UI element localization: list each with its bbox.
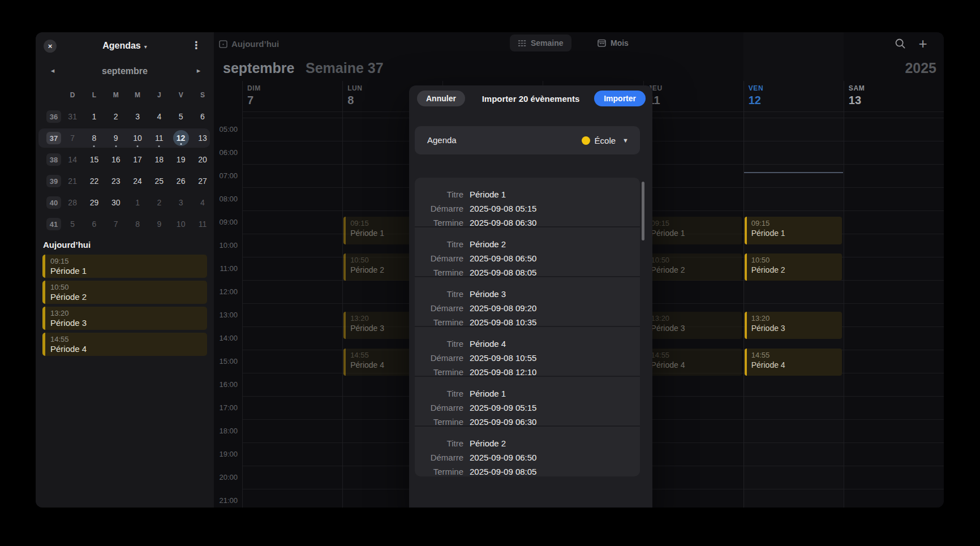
time-gutter-label: 21:00 xyxy=(214,496,238,505)
mini-calendar-day[interactable]: 26 xyxy=(170,170,191,192)
day-column-sam[interactable] xyxy=(844,32,944,508)
mini-calendar-day[interactable]: 10 xyxy=(127,127,148,149)
mini-calendar-day[interactable]: 8 xyxy=(127,213,148,235)
week-number-badge: 40 xyxy=(46,196,61,209)
mini-calendar-day[interactable]: 3 xyxy=(127,106,148,127)
mini-calendar-day[interactable]: 3 xyxy=(170,192,191,213)
mini-calendar-day[interactable]: 16 xyxy=(105,149,127,170)
mini-calendar-day[interactable]: 18 xyxy=(148,149,170,170)
app-window: × Agendas▾ ⋮ ◂ septembre ▸ DLMMJVS363112… xyxy=(36,32,944,508)
import-event-field: Démarre2025-09-08 05:15 xyxy=(415,201,640,216)
mini-calendar-day[interactable]: 5 xyxy=(62,213,83,235)
agenda-selector[interactable]: Agenda École ▼ xyxy=(415,126,640,154)
import-dialog: Annuler Importer 20 évènements Importer … xyxy=(409,85,652,508)
field-label: Démarre xyxy=(415,353,463,363)
calendar-event[interactable]: 13:20Période 3 xyxy=(644,312,742,339)
mini-calendar-day[interactable]: 8 xyxy=(83,127,105,149)
field-label: Titre xyxy=(415,389,463,398)
mini-calendar-day[interactable]: 29 xyxy=(83,192,105,213)
day-column-ven[interactable]: 09:15Période 110:50Période 213:20Période… xyxy=(743,32,844,508)
mini-calendar-day[interactable]: 11 xyxy=(148,127,170,149)
mini-calendar-day[interactable]: 5 xyxy=(170,106,191,127)
field-label: Termine xyxy=(415,218,463,227)
mini-calendar-day[interactable]: 20 xyxy=(192,149,213,170)
mini-calendar-day[interactable]: 2 xyxy=(148,192,170,213)
event-time: 13:20 xyxy=(50,309,207,318)
import-event-field: Démarre2025-09-09 06:50 xyxy=(415,450,640,465)
mini-calendar-day[interactable]: 4 xyxy=(192,192,213,213)
mini-calendar-day[interactable]: 27 xyxy=(192,170,213,192)
mini-calendar-day[interactable]: 23 xyxy=(105,170,127,192)
mini-calendar-week-row: 402829301234 xyxy=(36,192,214,213)
mini-calendar-day[interactable]: 14 xyxy=(62,149,83,170)
event-time: 14:55 xyxy=(50,335,207,344)
event-time: 10:50 xyxy=(50,283,207,292)
mini-calendar-day[interactable]: 7 xyxy=(105,213,127,235)
calendar-event[interactable]: 09:15Période 1 xyxy=(644,217,742,244)
mini-calendar-day[interactable]: 6 xyxy=(83,213,105,235)
import-button[interactable]: Importer xyxy=(594,91,646,106)
mini-calendar-day[interactable]: 1 xyxy=(127,192,148,213)
calendar-event[interactable]: 13:20Période 3 xyxy=(745,312,842,339)
field-label: Titre xyxy=(415,438,463,448)
calendar-event[interactable]: 09:15Période 1 xyxy=(745,217,842,244)
mini-calendar-day[interactable]: 19 xyxy=(170,149,191,170)
mini-calendar-day[interactable]: 1 xyxy=(83,106,105,127)
mini-calendar-day[interactable]: 4 xyxy=(148,106,170,127)
mini-calendar-day[interactable]: 10 xyxy=(170,213,191,235)
calendar-event[interactable]: 10:50Période 2 xyxy=(745,253,842,281)
today-event-list: 09:15Période 110:50Période 213:20Période… xyxy=(42,255,207,356)
today-event-card[interactable]: 13:20Période 3 xyxy=(42,307,207,330)
mini-calendar-day-header: J xyxy=(148,91,170,99)
today-event-card[interactable]: 10:50Période 2 xyxy=(42,281,207,304)
field-label: Démarre xyxy=(415,204,463,213)
mini-calendar-week-row: 3814151617181920 xyxy=(36,149,214,170)
calendar-event[interactable]: 10:50Période 2 xyxy=(644,253,742,281)
field-value: Période 3 xyxy=(470,289,506,299)
mini-calendar-day[interactable]: 9 xyxy=(105,127,127,149)
mini-calendar-day[interactable]: 7 xyxy=(62,127,83,149)
import-event-item: TitrePériode 2Démarre2025-09-09 06:50Ter… xyxy=(415,427,640,476)
time-gutter-label: 17:00 xyxy=(214,403,238,412)
time-gutter-label: 06:00 xyxy=(214,148,238,157)
scrollbar-thumb[interactable] xyxy=(642,182,644,240)
calendar-event[interactable]: 14:55Période 4 xyxy=(644,349,742,376)
field-value: 2025-09-08 10:35 xyxy=(470,317,536,327)
field-value: 2025-09-08 08:05 xyxy=(470,268,536,277)
mini-calendar-day[interactable]: 6 xyxy=(192,106,213,127)
mini-calendar-day[interactable]: 11 xyxy=(192,213,213,235)
mini-calendar-day[interactable]: 22 xyxy=(83,170,105,192)
import-event-list[interactable]: TitrePériode 1Démarre2025-09-08 05:15Ter… xyxy=(415,178,640,476)
mini-calendar-day[interactable]: 28 xyxy=(62,192,83,213)
mini-calendar-day[interactable]: 12 xyxy=(170,127,191,149)
agendas-dropdown[interactable]: Agendas▾ xyxy=(36,41,214,51)
agenda-selector-label: Agenda xyxy=(427,126,457,154)
mini-calendar-day[interactable]: 13 xyxy=(192,127,213,149)
event-title: Période 1 xyxy=(651,228,742,238)
mini-calendar-day[interactable]: 2 xyxy=(105,106,127,127)
calendar-today-icon xyxy=(219,40,227,48)
mini-calendar-day[interactable]: 24 xyxy=(127,170,148,192)
mini-calendar-day[interactable]: 25 xyxy=(148,170,170,192)
agenda-selected-name: École xyxy=(595,136,616,145)
today-event-card[interactable]: 09:15Période 1 xyxy=(42,255,207,278)
event-time: 09:15 xyxy=(50,257,207,266)
field-value: 2025-09-08 06:50 xyxy=(470,253,536,263)
day-column-dim[interactable] xyxy=(242,32,342,508)
day-column-jeu[interactable]: 09:15Période 110:50Période 213:20Période… xyxy=(643,32,743,508)
mini-calendar-day[interactable]: 30 xyxy=(105,192,127,213)
event-title: Période 1 xyxy=(50,266,207,276)
mini-calendar-day[interactable]: 15 xyxy=(83,149,105,170)
next-month-button[interactable]: ▸ xyxy=(193,66,204,75)
today-event-card[interactable]: 14:55Période 4 xyxy=(42,333,207,356)
event-time: 09:15 xyxy=(651,218,742,228)
mini-calendar-day[interactable]: 17 xyxy=(127,149,148,170)
agenda-selector-value: École ▼ xyxy=(582,126,629,154)
mini-calendar-day[interactable]: 9 xyxy=(148,213,170,235)
calendar-event[interactable]: 14:55Période 4 xyxy=(745,349,842,376)
week-number-badge: 36 xyxy=(46,110,61,123)
mini-calendar-day[interactable]: 21 xyxy=(62,170,83,192)
import-event-field: TitrePériode 1 xyxy=(415,187,640,201)
mini-calendar-day[interactable]: 31 xyxy=(62,106,83,127)
kebab-menu-icon[interactable]: ⋮ xyxy=(191,39,201,51)
